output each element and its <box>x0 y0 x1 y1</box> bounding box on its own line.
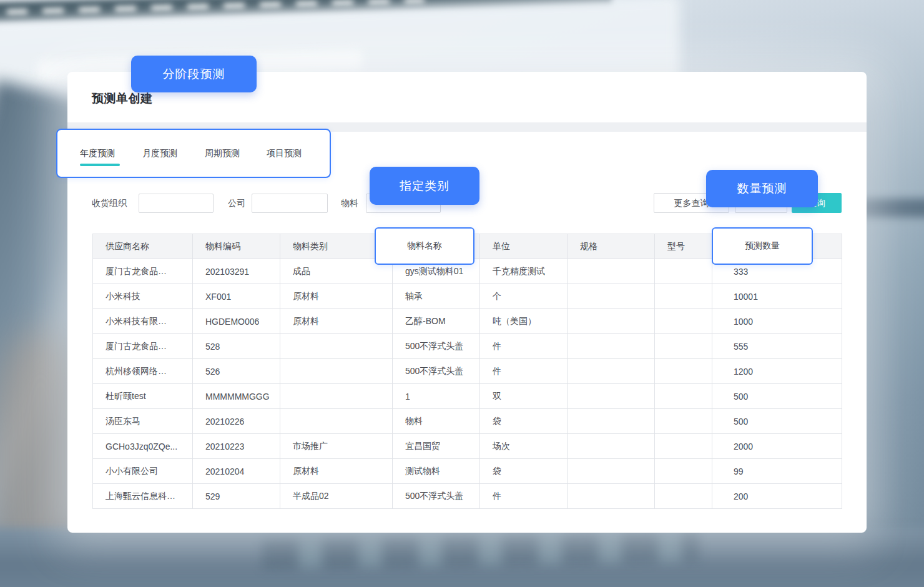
tab-annual-forecast[interactable]: 年度预测 <box>80 147 115 159</box>
table-cell-unit: 件 <box>480 334 568 359</box>
table-cell-supplier: 汤臣东马 <box>93 409 193 434</box>
page-title: 预测单创建 <box>92 91 153 107</box>
table-cell-model <box>655 484 712 509</box>
table-cell-model <box>655 284 712 309</box>
table-cell-qty: 2000 <box>712 434 842 459</box>
phased-forecast-badge: 分阶段预测 <box>131 56 257 92</box>
table-cell-category: 原材料 <box>280 309 393 334</box>
table-cell-qty: 500 <box>712 384 842 409</box>
column-header: 单位 <box>480 234 568 259</box>
forecast-panel: 预测单创建 年度预测 月度预测 周期预测 项目预测 收货组织 公司 物料 更多查… <box>67 72 867 533</box>
table-cell-code: 528 <box>193 334 280 359</box>
quantity-forecast-badge: 数量预测 <box>706 170 818 207</box>
forecast-table: 供应商名称物料编码物料类别物料名称单位规格型号预测数量 厦门古龙食品…20210… <box>92 234 842 509</box>
table-cell-name: 1 <box>393 384 480 409</box>
table-cell-code: 529 <box>193 484 280 509</box>
table-cell-model <box>655 259 712 284</box>
table-row: 厦门古龙食品…528500不浮式头盖件555 <box>93 334 842 359</box>
active-tab-underline <box>80 164 120 166</box>
table-cell-category: 市场推广 <box>280 434 393 459</box>
table-cell-qty: 200 <box>712 484 842 509</box>
table-cell-name: 500不浮式头盖 <box>393 334 480 359</box>
forecast-qty-column-callout: 预测数量 <box>712 227 813 265</box>
table-cell-qty: 500 <box>712 409 842 434</box>
table-cell-supplier: 上海甄云信息科… <box>93 484 193 509</box>
column-header: 型号 <box>655 234 712 259</box>
table-cell-category: 原材料 <box>280 459 393 484</box>
table-cell-code: HGDEMO006 <box>193 309 280 334</box>
table-row: 小小有限公司20210204原材料测试物料袋99 <box>93 459 842 484</box>
table-row: 小米科技XF001原材料轴承个10001 <box>93 284 842 309</box>
table-cell-supplier: 厦门古龙食品… <box>93 259 193 284</box>
tab-period-forecast[interactable]: 周期预测 <box>205 147 240 159</box>
table-cell-spec <box>568 259 655 284</box>
table-cell-model <box>655 334 712 359</box>
column-header: 供应商名称 <box>93 234 193 259</box>
receiving-org-input[interactable] <box>139 194 214 213</box>
table-row: 杭州移领网络…526500不浮式头盖件1200 <box>93 359 842 384</box>
table-cell-supplier: 小米科技有限… <box>93 309 193 334</box>
material-name-column-callout: 物料名称 <box>375 227 474 265</box>
table-cell-code: 20210223 <box>193 434 280 459</box>
specify-category-badge: 指定类别 <box>370 167 479 205</box>
table-row: 汤臣东马20210226物料袋500 <box>93 409 842 434</box>
table-cell-code: XF001 <box>193 284 280 309</box>
table-cell-category <box>280 409 393 434</box>
table-cell-qty: 1000 <box>712 309 842 334</box>
table-cell-spec <box>568 409 655 434</box>
table-cell-unit: 袋 <box>480 459 568 484</box>
table-cell-name: 测试物料 <box>393 459 480 484</box>
tab-monthly-forecast[interactable]: 月度预测 <box>142 147 177 159</box>
table-cell-model <box>655 309 712 334</box>
table-cell-qty: 555 <box>712 334 842 359</box>
column-header: 规格 <box>568 234 655 259</box>
table-cell-name: 物料 <box>393 409 480 434</box>
table-cell-category <box>280 334 393 359</box>
table-cell-category: 原材料 <box>280 284 393 309</box>
table-cell-model <box>655 434 712 459</box>
table-cell-code: 20210226 <box>193 409 280 434</box>
table-cell-supplier: 厦门古龙食品… <box>93 334 193 359</box>
table-cell-qty: 99 <box>712 459 842 484</box>
table-row: GCHo3Jzq0ZQe...20210223市场推广宜昌国贸场次2000 <box>93 434 842 459</box>
table-cell-qty: 10001 <box>712 284 842 309</box>
material-label: 物料 <box>341 194 358 213</box>
table-cell-model <box>655 459 712 484</box>
table-cell-name: 宜昌国贸 <box>393 434 480 459</box>
table-cell-spec <box>568 484 655 509</box>
company-input[interactable] <box>252 194 328 213</box>
table-cell-name: 500不浮式头盖 <box>393 359 480 384</box>
table-cell-supplier: 杜昕颐test <box>93 384 193 409</box>
table-cell-unit: 千克精度测试 <box>480 259 568 284</box>
table-row: 上海甄云信息科…529半成品02500不浮式头盖件200 <box>93 484 842 509</box>
table-cell-name: 500不浮式头盖 <box>393 484 480 509</box>
table-cell-model <box>655 384 712 409</box>
table-cell-supplier: 小米科技 <box>93 284 193 309</box>
table-cell-code: 526 <box>193 359 280 384</box>
table-cell-spec <box>568 384 655 409</box>
table-cell-unit: 件 <box>480 359 568 384</box>
table-cell-unit: 件 <box>480 484 568 509</box>
table-cell-unit: 场次 <box>480 434 568 459</box>
table-cell-name: 乙醇-BOM <box>393 309 480 334</box>
table-cell-code: 20210204 <box>193 459 280 484</box>
table-cell-code: MMMMMMGGG <box>193 384 280 409</box>
table-cell-name: 轴承 <box>393 284 480 309</box>
table-cell-model <box>655 359 712 384</box>
table-cell-unit: 袋 <box>480 409 568 434</box>
table-cell-spec <box>568 359 655 384</box>
table-cell-spec <box>568 284 655 309</box>
tab-project-forecast[interactable]: 项目预测 <box>267 147 302 159</box>
company-label: 公司 <box>228 194 245 213</box>
table-cell-spec <box>568 434 655 459</box>
table-cell-spec <box>568 334 655 359</box>
table-cell-unit: 双 <box>480 384 568 409</box>
table-cell-spec <box>568 459 655 484</box>
table-cell-qty: 1200 <box>712 359 842 384</box>
table-cell-model <box>655 409 712 434</box>
table-cell-unit: 个 <box>480 284 568 309</box>
table-cell-supplier: 小小有限公司 <box>93 459 193 484</box>
column-header: 物料编码 <box>193 234 280 259</box>
table-row: 杜昕颐testMMMMMMGGG1双500 <box>93 384 842 409</box>
receiving-org-label: 收货组织 <box>92 194 127 213</box>
